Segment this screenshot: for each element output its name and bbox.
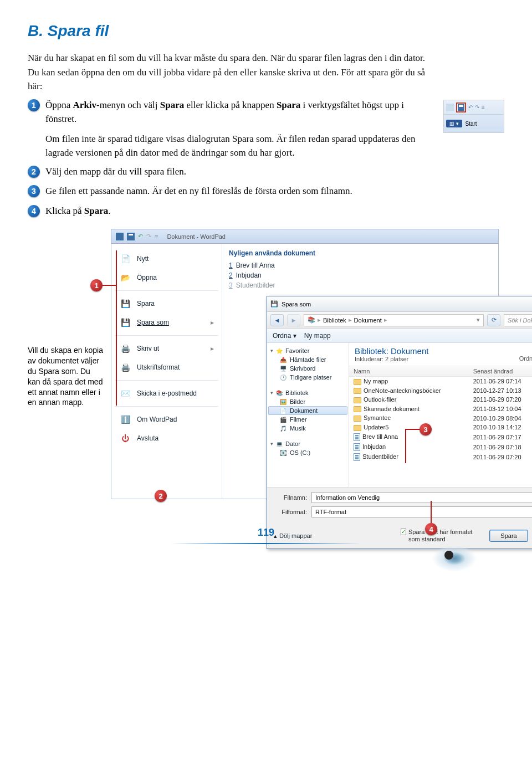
save-as-icon: 💾 (270, 300, 278, 307)
col-modified[interactable]: Senast ändrad (469, 366, 532, 377)
table-row[interactable]: Outlook-filer2011-06-29 07:20Filmapp (349, 395, 532, 404)
page-number: 119 (258, 527, 274, 538)
menu-save[interactable]: 💾Spara (115, 294, 218, 313)
decorative-eye (338, 522, 504, 588)
breadcrumb[interactable]: 📚▸ Bibliotek▸ Dokument▸ ▾ (304, 314, 484, 326)
step-badge-4: 4 (28, 205, 40, 217)
col-name[interactable]: Namn (349, 366, 469, 377)
table-row[interactable]: Studentbilder2011-06-29 07:20RTF-forr (349, 452, 532, 462)
side-note: Vill du skapa en kopia av dokumentet väl… (28, 229, 111, 408)
callout-1: 1 (90, 279, 103, 291)
file-table: Namn Senast ändrad Typ Ny mapp2011-06-29… (349, 366, 532, 462)
menu-print[interactable]: 🖨️Skriv ut▸ (115, 339, 218, 358)
nav-tree[interactable]: ⭐Favoriter 📥Hämtade filer 🖥️Skrivbord 🕐T… (267, 343, 349, 487)
recent-item[interactable]: 3Studentbilder (229, 280, 492, 290)
fileformat-select[interactable]: RTF-format▾ (311, 506, 532, 517)
callout-3: 3 (420, 423, 432, 435)
menu-save-as[interactable]: 💾Spara som▸ (115, 313, 218, 332)
save-as-dialog: 💾Spara som ✕ ◄ ► 📚▸ Bibliotek▸ Dokument▸… (267, 296, 532, 549)
sort-by[interactable]: Ordna efter: Mapp ▾ (519, 355, 532, 362)
step-badge-3: 3 (28, 185, 40, 197)
ribbon-snippet: ↶↷ ≡ ▥ ▾ Start (443, 100, 504, 133)
table-row[interactable]: Updater52010-10-19 14:12Filmapp (349, 423, 532, 432)
callout-2: 2 (155, 490, 167, 502)
after-step-1: Om filen inte är sparad tidigare visas d… (45, 132, 427, 160)
quick-save-icon[interactable] (127, 233, 135, 240)
refresh-button[interactable]: ⟳ (487, 314, 500, 326)
step-2-text: Välj den mapp där du vill spara filen. (45, 165, 427, 179)
menu-send-email[interactable]: ✉️Skicka i e-postmedd (115, 384, 218, 403)
recent-item[interactable]: 1Brev till Anna (229, 260, 492, 270)
step-badge-1: 1 (28, 99, 40, 111)
menu-exit[interactable]: ⏻Avsluta (115, 429, 218, 448)
recent-header: Nyligen använda dokument (229, 249, 492, 257)
table-row[interactable]: OneNote-anteckningsböcker2010-12-27 10:1… (349, 386, 532, 396)
section-heading: B. Spara fil (28, 22, 504, 40)
filename-label: Filnamn: (274, 494, 307, 501)
table-row[interactable]: Symantec2010-10-29 08:04Filmapp (349, 413, 532, 423)
library-includes: Inkluderar: 2 platser (355, 356, 428, 362)
ribbon-file-tab[interactable]: ▥ ▾ (446, 120, 462, 127)
footer-rule (171, 543, 361, 544)
step-4-text: Klicka på Spara. (45, 204, 427, 218)
nav-back-button[interactable]: ◄ (270, 314, 284, 326)
search-input[interactable]: Sök i Dokument🔍 (504, 314, 532, 326)
table-row[interactable]: Inbjudan2011-06-29 07:18RTF-forr (349, 442, 532, 452)
nav-documents-selected[interactable]: 📄Dokument (268, 406, 347, 415)
step-3-text: Ge filen ett passande namn. Är det en ny… (45, 184, 427, 198)
menu-about[interactable]: ℹ️Om WordPad (115, 410, 218, 429)
table-row[interactable]: Ny mapp2011-06-29 07:14Filmapp (349, 377, 532, 386)
menu-new[interactable]: 📄Nytt (115, 249, 218, 268)
menu-open[interactable]: 📂Öppna (115, 268, 218, 287)
table-row[interactable]: Brev till Anna2011-06-29 07:17RTF-forr (349, 432, 532, 442)
fileformat-label: Filformat: (274, 509, 307, 515)
table-row[interactable]: Skannade dokument2011-03-12 10:04Filmapp (349, 404, 532, 414)
library-name: Bibliotek: Dokument (355, 346, 428, 356)
menu-page-setup[interactable]: 🖨️Utskriftsformat (115, 358, 218, 377)
step-badge-2: 2 (28, 166, 40, 178)
filename-input[interactable]: Information om Venedig▾ (311, 492, 532, 503)
new-folder-button[interactable]: Ny mapp (304, 332, 331, 340)
recent-item[interactable]: 2Inbjudan (229, 270, 492, 280)
save-icon-highlighted (456, 102, 466, 112)
wordpad-title-bar: ↶↷ ≡ Dokument - WordPad (111, 229, 498, 244)
ribbon-start-tab[interactable]: Start (466, 121, 477, 127)
nav-forward-button[interactable]: ► (287, 314, 300, 326)
step-1-text: Öppna Arkiv-menyn och välj Spara eller k… (45, 98, 427, 126)
intro-paragraph: När du har skapat en fil som du vill ha … (28, 51, 427, 94)
dialog-title: Spara som (282, 301, 311, 307)
organize-button[interactable]: Ordna ▾ (273, 332, 296, 340)
callout-4: 4 (425, 523, 437, 535)
